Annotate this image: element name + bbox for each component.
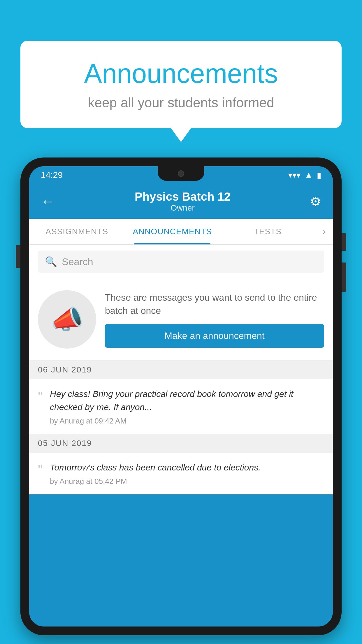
date-separator-2: 05 JUN 2019: [29, 434, 333, 453]
announcement-content-1: Hey class! Bring your practical record b…: [50, 387, 324, 426]
tab-announcements[interactable]: ANNOUNCEMENTS: [124, 219, 220, 244]
search-input-container[interactable]: 🔍 Search: [38, 251, 324, 273]
batch-role: Owner: [135, 203, 231, 213]
announcement-meta-2: by Anurag at 05:42 PM: [50, 477, 324, 486]
content-area: ASSIGNMENTS ANNOUNCEMENTS TESTS › 🔍 Sear…: [29, 219, 333, 494]
power-button: [342, 233, 346, 251]
quote-icon-2: ": [38, 463, 43, 477]
tab-tests[interactable]: TESTS: [220, 219, 315, 244]
signal-icon: ▲: [305, 170, 313, 180]
megaphone-icon: 📣: [51, 304, 83, 335]
phone-outer: 14:29 ▾▾▾ ▲ ▮ ← Physics Batch 12 Owner ⚙: [20, 158, 342, 635]
announcement-meta-1: by Anurag at 09:42 AM: [50, 416, 324, 426]
app-bar-title: Physics Batch 12 Owner: [135, 190, 231, 213]
promo-area: 📣 These are messages you want to send to…: [29, 279, 333, 360]
announcement-item-1[interactable]: " Hey class! Bring your practical record…: [29, 379, 333, 434]
settings-button[interactable]: ⚙: [310, 194, 321, 209]
announcement-text-2: Tomorrow's class has been cancelled due …: [50, 461, 324, 474]
speech-bubble-container: Announcements keep all your students inf…: [20, 41, 342, 128]
phone-container: 14:29 ▾▾▾ ▲ ▮ ← Physics Batch 12 Owner ⚙: [20, 158, 342, 635]
tab-more[interactable]: ›: [315, 219, 333, 244]
speech-bubble: Announcements keep all your students inf…: [20, 41, 342, 128]
back-button[interactable]: ←: [41, 193, 55, 210]
make-announcement-button[interactable]: Make an announcement: [105, 324, 324, 348]
volume-down-button: [342, 262, 346, 292]
battery-icon: ▮: [317, 170, 321, 180]
quote-icon-1: ": [38, 390, 43, 404]
app-bar: ← Physics Batch 12 Owner ⚙: [29, 184, 333, 219]
wifi-icon: ▾▾▾: [288, 170, 301, 180]
search-icon: 🔍: [45, 256, 57, 267]
phone-screen: 14:29 ▾▾▾ ▲ ▮ ← Physics Batch 12 Owner ⚙: [29, 166, 333, 626]
tab-assignments[interactable]: ASSIGNMENTS: [29, 219, 124, 244]
status-time: 14:29: [41, 170, 63, 180]
search-bar: 🔍 Search: [29, 245, 333, 279]
volume-button: [16, 245, 20, 268]
bubble-subtitle: keep all your students informed: [44, 95, 318, 111]
announcement-item-2[interactable]: " Tomorrow's class has been cancelled du…: [29, 453, 333, 494]
announcement-content-2: Tomorrow's class has been cancelled due …: [50, 461, 324, 486]
announcement-text-1: Hey class! Bring your practical record b…: [50, 387, 324, 414]
phone-notch: [158, 166, 204, 181]
batch-name: Physics Batch 12: [135, 190, 231, 203]
promo-icon-circle: 📣: [38, 290, 96, 349]
bubble-title: Announcements: [44, 58, 318, 89]
search-placeholder: Search: [62, 256, 93, 267]
tab-bar: ASSIGNMENTS ANNOUNCEMENTS TESTS ›: [29, 219, 333, 245]
front-camera: [178, 170, 184, 177]
status-icons: ▾▾▾ ▲ ▮: [288, 170, 321, 180]
promo-description: These are messages you want to send to t…: [105, 291, 324, 317]
promo-right: These are messages you want to send to t…: [105, 291, 324, 348]
date-separator-1: 06 JUN 2019: [29, 360, 333, 379]
